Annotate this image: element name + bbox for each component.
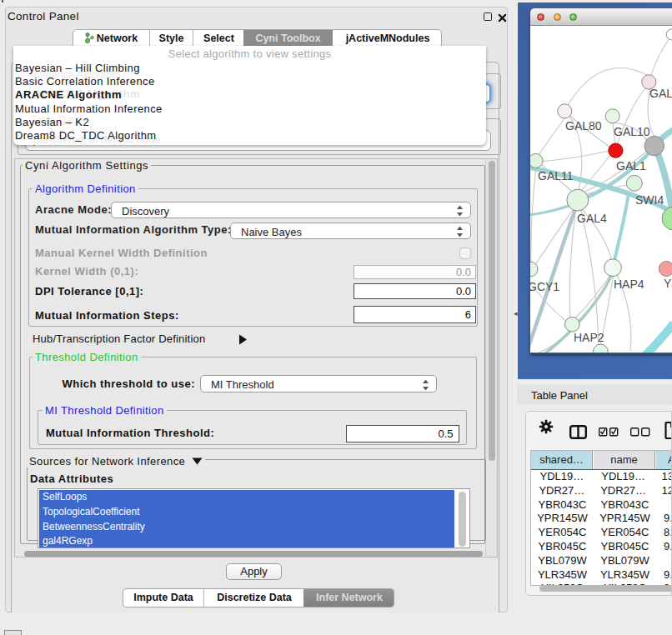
svg-text:GAL80: GAL80 [565,119,602,132]
svg-text:GAL4: GAL4 [577,212,607,225]
svg-text:GAL10: GAL10 [614,125,650,138]
svg-text:YJ: YJ [664,277,672,290]
svg-text:GAL1: GAL1 [616,159,646,172]
svg-text:HAP4: HAP4 [614,278,644,291]
svg-text:HAP2: HAP2 [574,331,604,344]
svg-text:GAL11: GAL11 [538,169,574,182]
svg-text:GCY1: GCY1 [530,280,559,293]
svg-text:GAL2: GAL2 [649,87,672,100]
svg-text:SWI4: SWI4 [635,193,664,207]
